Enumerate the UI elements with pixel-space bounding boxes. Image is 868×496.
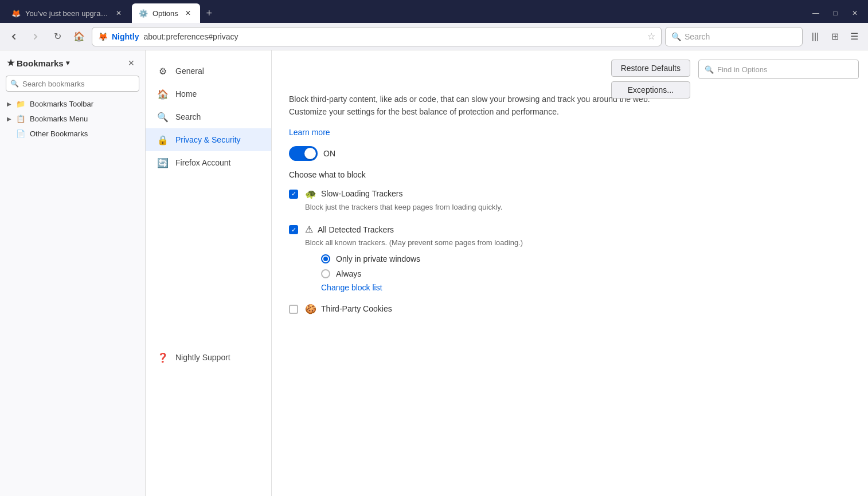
chevron-right-icon-2: ▶ <box>7 116 11 122</box>
maximize-button[interactable]: □ <box>827 5 844 22</box>
gear-icon: ⚙ <box>157 65 169 77</box>
sidebar-item-support[interactable]: ❓ Nightly Support <box>146 346 271 369</box>
cookies-title: 🍪 Third-Party Cookies <box>305 304 851 314</box>
reload-button[interactable]: ↻ <box>48 27 67 46</box>
chevron-right-icon: ▶ <box>7 101 11 107</box>
bookmarks-title: ★ Bookmarks ▾ <box>7 58 121 68</box>
brand-name: Nightly <box>112 32 139 41</box>
question-icon: ❓ <box>157 352 169 363</box>
tab-2-close[interactable]: ✕ <box>183 8 193 18</box>
new-tab-button[interactable]: + <box>201 5 217 21</box>
bookmarks-menu-label: Bookmarks Menu <box>30 115 88 123</box>
always-radio[interactable] <box>321 269 330 278</box>
toggle-knob <box>304 148 316 159</box>
slow-trackers-option: ✓ 🐢 Slow-Loading Trackers Block just the… <box>289 188 851 213</box>
blocking-toggle[interactable] <box>289 146 318 161</box>
tab-1[interactable]: 🦊 You've just been upgraded to F ✕ <box>5 3 131 23</box>
bookmarks-panel: ★ Bookmarks ▾ ✕ 🔍 ▶ 📁 Bookmarks Toolbar … <box>0 50 146 496</box>
search-icon: 🔍 <box>671 32 681 41</box>
all-trackers-option: ✓ ⚠ All Detected Trackers Block all know… <box>289 224 851 292</box>
chevron-icon: ▾ <box>66 59 69 67</box>
library-button[interactable]: ||| <box>806 27 824 46</box>
sidebar-item-search[interactable]: 🔍 Search <box>146 105 271 128</box>
sidebar-item-privacy[interactable]: 🔒 Privacy & Security <box>146 128 271 151</box>
bookmarks-toolbar-label: Bookmarks Toolbar <box>30 100 93 108</box>
bookmarks-title-text: Bookmarks <box>17 58 64 68</box>
sidebar-item-home[interactable]: 🏠 Home <box>146 82 271 105</box>
bookmarks-menu-item[interactable]: ▶ 📋 Bookmarks Menu <box>0 111 145 126</box>
sidebar-search-label: Search <box>175 112 201 121</box>
sidebar-support-label: Nightly Support <box>175 353 230 362</box>
right-buttons: Restore Defaults Exceptions... <box>611 60 690 99</box>
private-only-radio-row[interactable]: Only in private windows <box>321 254 851 263</box>
section-description: Block third-party content, like ads or c… <box>289 93 656 119</box>
all-trackers-checkbox-wrap: ✓ <box>289 225 298 234</box>
find-icon: 🔍 <box>705 65 714 74</box>
checkmark-icon: ✓ <box>291 190 296 198</box>
restore-defaults-button[interactable]: Restore Defaults <box>611 60 690 77</box>
window-controls: — □ ✕ <box>807 5 863 22</box>
search-wrap-icon: 🔍 <box>10 80 19 88</box>
all-trackers-content: ⚠ All Detected Trackers Block all known … <box>305 224 851 292</box>
cookies-checkbox[interactable] <box>289 305 298 314</box>
sidebar-home-label: Home <box>175 89 197 99</box>
slow-trackers-checkbox-wrap: ✓ <box>289 190 298 199</box>
sidebar-item-general[interactable]: ⚙ General <box>146 60 271 82</box>
radio-dot <box>323 257 328 261</box>
search-icon-sidebar: 🔍 <box>157 111 169 123</box>
toggle-state-label: ON <box>323 149 335 158</box>
lock-icon: 🔒 <box>157 134 169 145</box>
search-bookmarks-input[interactable] <box>6 76 139 92</box>
forward-button[interactable] <box>26 27 45 46</box>
bookmarks-close-button[interactable]: ✕ <box>124 56 138 70</box>
tab-2-title: Options <box>153 9 178 18</box>
always-label: Always <box>336 269 361 278</box>
cookies-content: 🍪 Third-Party Cookies <box>305 304 851 317</box>
synced-tabs-button[interactable]: ⊞ <box>826 27 844 46</box>
bookmark-star[interactable]: ☆ <box>647 31 655 42</box>
slow-trackers-label: Slow-Loading Trackers <box>321 189 402 198</box>
menu-button[interactable]: ☰ <box>845 27 863 46</box>
change-block-list-link[interactable]: Change block list <box>321 283 382 292</box>
sidebar-item-firefox-account[interactable]: 🔄 Firefox Account <box>146 151 271 174</box>
tab-1-title: You've just been upgraded to F <box>25 9 109 18</box>
search-box[interactable]: 🔍 Search <box>665 27 803 46</box>
exceptions-button[interactable]: Exceptions... <box>611 81 690 99</box>
close-button[interactable]: ✕ <box>846 5 863 22</box>
always-radio-row[interactable]: Always <box>321 269 851 278</box>
home-icon: 🏠 <box>157 88 169 100</box>
toolbar-icons: ||| ⊞ ☰ <box>806 27 863 46</box>
folder-icon: 📁 <box>16 99 25 108</box>
tab-2[interactable]: ⚙️ Options ✕ <box>132 3 200 23</box>
find-options-bar[interactable]: 🔍 Find in Options <box>698 60 859 79</box>
private-only-radio[interactable] <box>321 254 330 263</box>
bookmarks-search-wrap: 🔍 <box>6 76 139 92</box>
settings-sidebar: ⚙ General 🏠 Home 🔍 Search 🔒 Privacy & Se… <box>146 50 272 496</box>
slow-trackers-desc: Block just the trackers that keep pages … <box>305 202 851 213</box>
tab-1-close[interactable]: ✕ <box>114 8 124 18</box>
tab-1-favicon: 🦊 <box>11 9 21 18</box>
private-only-label: Only in private windows <box>336 254 420 263</box>
back-button[interactable] <box>5 27 23 46</box>
home-button[interactable]: 🏠 <box>70 27 88 46</box>
sidebar-general-label: General <box>175 66 204 76</box>
slow-trackers-checkbox[interactable]: ✓ <box>289 190 298 199</box>
menu-folder-icon: 📋 <box>16 114 25 123</box>
turtle-icon: 🐢 <box>305 188 316 199</box>
other-bookmarks-item[interactable]: ▶ 📄 Other Bookmarks <box>0 126 145 141</box>
all-trackers-checkbox[interactable]: ✓ <box>289 225 298 234</box>
star-icon: ★ <box>7 58 14 68</box>
bookmarks-toolbar-item[interactable]: ▶ 📁 Bookmarks Toolbar <box>0 96 145 111</box>
cookie-icon: 🍪 <box>305 304 316 314</box>
search-wrap: 🔍 <box>6 76 139 92</box>
learn-more-link[interactable]: Learn more <box>289 128 330 137</box>
choose-what-to-block-title: Choose what to block <box>289 170 851 179</box>
address-bar[interactable]: 🦊 Nightly about:preferences#privacy ☆ <box>92 27 662 46</box>
all-trackers-label: All Detected Trackers <box>318 225 394 234</box>
sidebar-account-label: Firefox Account <box>175 158 231 167</box>
main-layout: ★ Bookmarks ▾ ✕ 🔍 ▶ 📁 Bookmarks Toolbar … <box>0 50 868 496</box>
minimize-button[interactable]: — <box>807 5 824 22</box>
trackers-icon: ⚠ <box>305 224 313 235</box>
cookies-checkbox-wrap <box>289 305 298 314</box>
cookies-label: Third-Party Cookies <box>321 304 392 313</box>
